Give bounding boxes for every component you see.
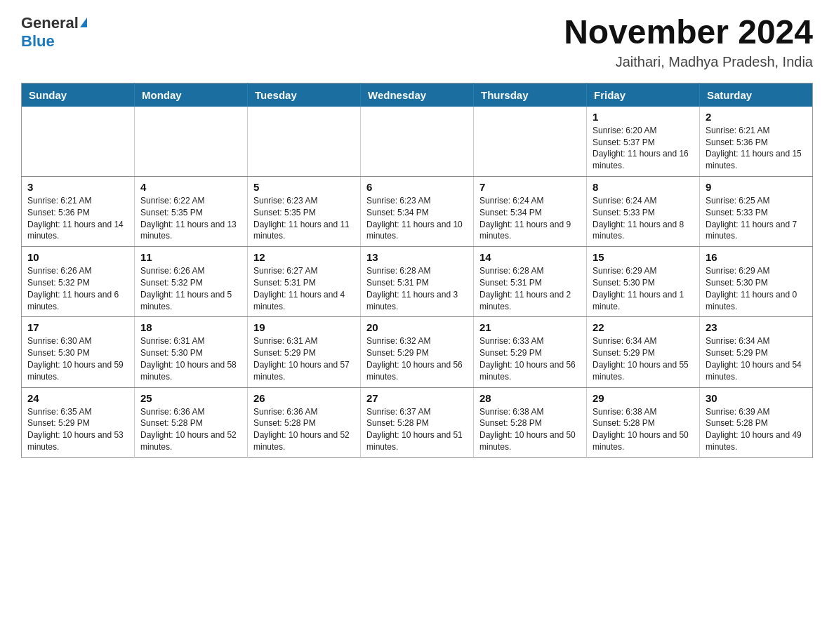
day-info: Sunrise: 6:36 AMSunset: 5:28 PMDaylight:… (253, 406, 355, 453)
page-title: November 2024 (564, 14, 813, 51)
calendar-table: SundayMondayTuesdayWednesdayThursdayFrid… (21, 83, 813, 458)
calendar-cell: 1Sunrise: 6:20 AMSunset: 5:37 PMDaylight… (587, 107, 700, 177)
calendar-cell: 3Sunrise: 6:21 AMSunset: 5:36 PMDaylight… (22, 176, 135, 246)
calendar-cell: 16Sunrise: 6:29 AMSunset: 5:30 PMDayligh… (700, 247, 813, 317)
day-info: Sunrise: 6:23 AMSunset: 5:35 PMDaylight:… (253, 195, 355, 242)
day-info: Sunrise: 6:35 AMSunset: 5:29 PMDaylight:… (27, 406, 128, 453)
calendar-cell: 13Sunrise: 6:28 AMSunset: 5:31 PMDayligh… (361, 247, 474, 317)
day-info: Sunrise: 6:27 AMSunset: 5:31 PMDaylight:… (253, 265, 355, 312)
weekday-header-monday: Monday (135, 83, 248, 107)
day-number: 10 (27, 251, 128, 263)
calendar-week-5: 24Sunrise: 6:35 AMSunset: 5:29 PMDayligh… (22, 387, 813, 457)
calendar-cell: 4Sunrise: 6:22 AMSunset: 5:35 PMDaylight… (135, 176, 248, 246)
calendar-cell: 12Sunrise: 6:27 AMSunset: 5:31 PMDayligh… (248, 247, 361, 317)
day-info: Sunrise: 6:26 AMSunset: 5:32 PMDaylight:… (140, 265, 241, 312)
calendar-cell: 24Sunrise: 6:35 AMSunset: 5:29 PMDayligh… (22, 387, 135, 457)
calendar-cell: 11Sunrise: 6:26 AMSunset: 5:32 PMDayligh… (135, 247, 248, 317)
day-number: 8 (593, 181, 694, 193)
logo-triangle-icon (80, 18, 87, 27)
day-number: 27 (366, 392, 468, 404)
calendar-cell: 15Sunrise: 6:29 AMSunset: 5:30 PMDayligh… (587, 247, 700, 317)
day-number: 20 (366, 321, 468, 333)
calendar-week-1: 1Sunrise: 6:20 AMSunset: 5:37 PMDaylight… (22, 107, 813, 177)
day-number: 23 (706, 321, 807, 333)
day-number: 16 (706, 251, 807, 263)
day-info: Sunrise: 6:25 AMSunset: 5:33 PMDaylight:… (706, 195, 807, 242)
weekday-header-sunday: Sunday (22, 83, 135, 107)
day-info: Sunrise: 6:38 AMSunset: 5:28 PMDaylight:… (593, 406, 694, 453)
day-info: Sunrise: 6:37 AMSunset: 5:28 PMDaylight:… (366, 406, 468, 453)
day-info: Sunrise: 6:24 AMSunset: 5:33 PMDaylight:… (593, 195, 694, 242)
day-number: 7 (479, 181, 581, 193)
calendar-cell: 14Sunrise: 6:28 AMSunset: 5:31 PMDayligh… (474, 247, 587, 317)
calendar-cell: 26Sunrise: 6:36 AMSunset: 5:28 PMDayligh… (248, 387, 361, 457)
calendar-cell (474, 107, 587, 177)
calendar-cell: 2Sunrise: 6:21 AMSunset: 5:36 PMDaylight… (700, 107, 813, 177)
day-info: Sunrise: 6:28 AMSunset: 5:31 PMDaylight:… (366, 265, 468, 312)
day-number: 26 (253, 392, 355, 404)
day-info: Sunrise: 6:23 AMSunset: 5:34 PMDaylight:… (366, 195, 468, 242)
day-info: Sunrise: 6:38 AMSunset: 5:28 PMDaylight:… (479, 406, 581, 453)
day-info: Sunrise: 6:26 AMSunset: 5:32 PMDaylight:… (27, 265, 128, 312)
weekday-header-row: SundayMondayTuesdayWednesdayThursdayFrid… (22, 83, 813, 107)
day-number: 4 (140, 181, 241, 193)
day-number: 28 (479, 392, 581, 404)
day-number: 13 (366, 251, 468, 263)
calendar-cell: 7Sunrise: 6:24 AMSunset: 5:34 PMDaylight… (474, 176, 587, 246)
calendar-cell: 18Sunrise: 6:31 AMSunset: 5:30 PMDayligh… (135, 317, 248, 387)
calendar-cell: 9Sunrise: 6:25 AMSunset: 5:33 PMDaylight… (700, 176, 813, 246)
day-number: 15 (593, 251, 694, 263)
calendar-cell: 28Sunrise: 6:38 AMSunset: 5:28 PMDayligh… (474, 387, 587, 457)
weekday-header-friday: Friday (587, 83, 700, 107)
calendar-cell: 25Sunrise: 6:36 AMSunset: 5:28 PMDayligh… (135, 387, 248, 457)
day-number: 30 (706, 392, 807, 404)
day-number: 25 (140, 392, 241, 404)
day-info: Sunrise: 6:21 AMSunset: 5:36 PMDaylight:… (706, 125, 807, 172)
weekday-header-wednesday: Wednesday (361, 83, 474, 107)
day-info: Sunrise: 6:20 AMSunset: 5:37 PMDaylight:… (593, 125, 694, 172)
page-header: General Blue November 2024 Jaithari, Mad… (21, 14, 813, 70)
day-number: 18 (140, 321, 241, 333)
day-info: Sunrise: 6:30 AMSunset: 5:30 PMDaylight:… (27, 335, 128, 382)
calendar-cell: 6Sunrise: 6:23 AMSunset: 5:34 PMDaylight… (361, 176, 474, 246)
calendar-week-4: 17Sunrise: 6:30 AMSunset: 5:30 PMDayligh… (22, 317, 813, 387)
calendar-cell (248, 107, 361, 177)
day-number: 6 (366, 181, 468, 193)
title-area: November 2024 Jaithari, Madhya Pradesh, … (564, 14, 813, 70)
day-info: Sunrise: 6:22 AMSunset: 5:35 PMDaylight:… (140, 195, 241, 242)
calendar-week-3: 10Sunrise: 6:26 AMSunset: 5:32 PMDayligh… (22, 247, 813, 317)
calendar-cell (135, 107, 248, 177)
calendar-cell: 19Sunrise: 6:31 AMSunset: 5:29 PMDayligh… (248, 317, 361, 387)
day-number: 29 (593, 392, 694, 404)
day-number: 21 (479, 321, 581, 333)
day-number: 9 (706, 181, 807, 193)
day-number: 12 (253, 251, 355, 263)
weekday-header-thursday: Thursday (474, 83, 587, 107)
day-number: 14 (479, 251, 581, 263)
calendar-cell: 29Sunrise: 6:38 AMSunset: 5:28 PMDayligh… (587, 387, 700, 457)
day-number: 24 (27, 392, 128, 404)
location-subtitle: Jaithari, Madhya Pradesh, India (564, 54, 813, 70)
day-info: Sunrise: 6:33 AMSunset: 5:29 PMDaylight:… (479, 335, 581, 382)
day-info: Sunrise: 6:31 AMSunset: 5:30 PMDaylight:… (140, 335, 241, 382)
day-info: Sunrise: 6:31 AMSunset: 5:29 PMDaylight:… (253, 335, 355, 382)
day-info: Sunrise: 6:36 AMSunset: 5:28 PMDaylight:… (140, 406, 241, 453)
day-number: 2 (706, 111, 807, 123)
calendar-cell: 20Sunrise: 6:32 AMSunset: 5:29 PMDayligh… (361, 317, 474, 387)
day-number: 5 (253, 181, 355, 193)
day-info: Sunrise: 6:32 AMSunset: 5:29 PMDaylight:… (366, 335, 468, 382)
calendar-cell: 22Sunrise: 6:34 AMSunset: 5:29 PMDayligh… (587, 317, 700, 387)
day-number: 3 (27, 181, 128, 193)
calendar-cell: 23Sunrise: 6:34 AMSunset: 5:29 PMDayligh… (700, 317, 813, 387)
calendar-cell: 17Sunrise: 6:30 AMSunset: 5:30 PMDayligh… (22, 317, 135, 387)
day-info: Sunrise: 6:34 AMSunset: 5:29 PMDaylight:… (593, 335, 694, 382)
day-info: Sunrise: 6:34 AMSunset: 5:29 PMDaylight:… (706, 335, 807, 382)
logo-general-text: General (21, 14, 79, 32)
day-info: Sunrise: 6:29 AMSunset: 5:30 PMDaylight:… (593, 265, 694, 312)
calendar-cell: 8Sunrise: 6:24 AMSunset: 5:33 PMDaylight… (587, 176, 700, 246)
calendar-cell: 10Sunrise: 6:26 AMSunset: 5:32 PMDayligh… (22, 247, 135, 317)
day-number: 22 (593, 321, 694, 333)
day-info: Sunrise: 6:21 AMSunset: 5:36 PMDaylight:… (27, 195, 128, 242)
calendar-cell: 5Sunrise: 6:23 AMSunset: 5:35 PMDaylight… (248, 176, 361, 246)
day-info: Sunrise: 6:28 AMSunset: 5:31 PMDaylight:… (479, 265, 581, 312)
